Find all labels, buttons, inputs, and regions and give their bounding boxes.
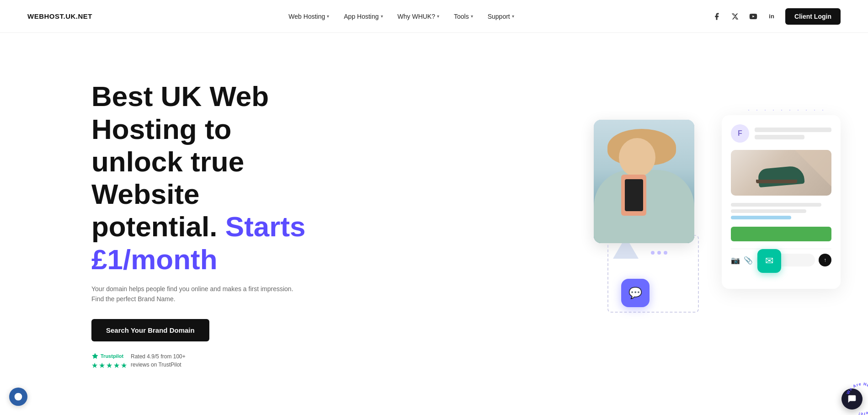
cta-green-bar (731, 227, 831, 241)
chevron-down-icon: ▾ (437, 14, 439, 19)
facebook-icon[interactable] (710, 10, 723, 23)
hero-content: Best UK Web Hosting to unlock true Websi… (91, 80, 334, 370)
panel-header-row: F (731, 124, 831, 143)
panel-line-1 (755, 128, 831, 132)
we-are-here-circle-text: We Are Here! We Are Here! (841, 378, 868, 415)
search-brand-domain-button[interactable]: Search Your Brand Domain (91, 319, 209, 341)
ui-panel-card: F 📷 (722, 115, 841, 289)
youtube-icon[interactable] (747, 10, 760, 23)
star-4: ★ (113, 361, 120, 370)
nav-app-hosting[interactable]: App Hosting ▾ (338, 9, 388, 24)
svg-text:We Are Here! We Are Here!: We Are Here! We Are Here! (846, 382, 868, 415)
nav-tools[interactable]: Tools ▾ (448, 9, 479, 24)
navbar: WEBHOST.UK.NET Web Hosting ▾ App Hosting… (0, 0, 868, 33)
client-login-button[interactable]: Client Login (785, 8, 841, 25)
hero-section: Best UK Web Hosting to unlock true Websi… (0, 33, 868, 408)
attachment-icon[interactable]: 📎 (744, 256, 753, 265)
send-button[interactable]: ↑ (819, 254, 831, 266)
chevron-down-icon: ▾ (381, 14, 383, 19)
float-email-icon: ✉ (757, 249, 781, 273)
product-image-card (731, 150, 831, 196)
face (619, 138, 655, 177)
hero-title: Best UK Web Hosting to unlock true Websi… (91, 80, 334, 276)
nav-social-links: in (710, 10, 778, 23)
twitter-x-icon[interactable] (729, 10, 741, 23)
person-photo (594, 120, 694, 243)
panel-text-lines (755, 128, 831, 139)
chat-input-bar: 📷 📎 ↑ (731, 249, 831, 266)
trustpilot-logo: Trustpilot ★ ★ ★ ★ ★ (91, 352, 127, 370)
message-lines (731, 203, 831, 219)
chat-widget-container: We Are Here! We Are Here! (841, 378, 863, 410)
msg-line-1 (731, 203, 821, 207)
avatar: F (731, 124, 749, 143)
person-photo-card (594, 120, 694, 243)
msg-line-accent (731, 216, 791, 219)
camera-icon[interactable]: 📷 (731, 256, 740, 265)
float-chat-icon: 💬 (621, 279, 650, 307)
help-icon (14, 392, 23, 401)
linkedin-icon[interactable]: in (765, 10, 778, 23)
shoe-shape (758, 160, 804, 186)
star-3: ★ (106, 361, 112, 370)
star-rating: ★ ★ ★ ★ ★ (91, 361, 127, 370)
nav-web-hosting[interactable]: Web Hosting ▾ (283, 9, 335, 24)
nav-links: Web Hosting ▾ App Hosting ▾ Why WHUK? ▾ … (283, 9, 519, 24)
trustpilot-label: Trustpilot (101, 353, 123, 359)
star-5: ★ (121, 361, 127, 370)
trustpilot-star-icon (91, 352, 99, 360)
chevron-down-icon: ▾ (471, 14, 473, 19)
star-2: ★ (99, 361, 105, 370)
chevron-down-icon: ▾ (327, 14, 329, 19)
nav-support[interactable]: Support ▾ (482, 9, 520, 24)
nav-logo[interactable]: WEBHOST.UK.NET (27, 12, 92, 20)
phone (621, 175, 646, 216)
star-1: ★ (91, 361, 98, 370)
hero-subtitle: Your domain helps people find you online… (91, 284, 302, 304)
msg-line-2 (731, 209, 806, 213)
nav-why-whuk[interactable]: Why WHUK? ▾ (392, 9, 445, 24)
hero-illustration: F 📷 (585, 106, 841, 344)
trustpilot-rating: Trustpilot ★ ★ ★ ★ ★ Rated 4.9/5 from 10… (91, 352, 334, 370)
nav-right: in Client Login (710, 8, 841, 25)
help-button[interactable] (9, 388, 27, 406)
svg-marker-0 (92, 353, 98, 359)
panel-line-2 (755, 135, 804, 139)
trustpilot-text: Rated 4.9/5 from 100+ reviews on TrustPi… (131, 352, 186, 369)
chevron-down-icon: ▾ (512, 14, 514, 19)
